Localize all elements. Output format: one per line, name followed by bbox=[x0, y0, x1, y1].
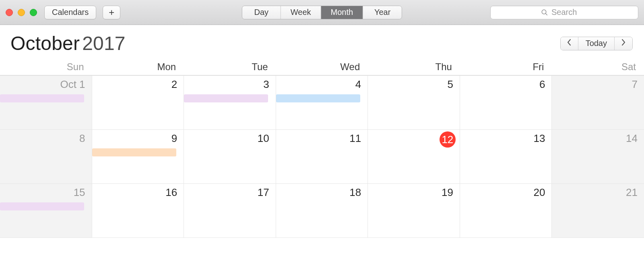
day-cell[interactable]: 19 bbox=[368, 184, 460, 238]
day-cell[interactable]: 15 bbox=[0, 184, 92, 238]
date-number: 14 bbox=[626, 133, 638, 144]
window-zoom-button[interactable] bbox=[30, 9, 37, 16]
day-cell[interactable]: 16 bbox=[92, 184, 184, 238]
date-number: 19 bbox=[442, 187, 453, 198]
next-month-button[interactable] bbox=[615, 37, 632, 50]
view-switch: DayWeekMonthYear bbox=[242, 6, 402, 19]
window-minimize-button[interactable] bbox=[18, 9, 25, 16]
day-cell[interactable]: 14 bbox=[552, 130, 644, 184]
event-bar[interactable] bbox=[276, 94, 360, 102]
date-number: 20 bbox=[534, 187, 545, 198]
day-cell[interactable]: Oct 1 bbox=[0, 76, 92, 130]
date-number: 2 bbox=[171, 79, 177, 90]
day-cell[interactable]: 10 bbox=[184, 130, 276, 184]
chevron-right-icon bbox=[621, 39, 626, 48]
weekday-header: Mon bbox=[92, 58, 184, 75]
event-bar[interactable] bbox=[0, 202, 84, 210]
date-number: 3 bbox=[263, 79, 269, 90]
date-number: 15 bbox=[74, 187, 85, 198]
date-number: 21 bbox=[626, 187, 638, 198]
search-icon bbox=[541, 9, 548, 16]
date-number: Oct 1 bbox=[60, 79, 85, 90]
chevron-left-icon bbox=[567, 39, 572, 48]
calendar-grid: Oct 123456789101112131415161718192021 bbox=[0, 75, 644, 238]
date-number: 5 bbox=[447, 79, 453, 90]
day-cell[interactable]: 17 bbox=[184, 184, 276, 238]
month-name: October bbox=[10, 33, 80, 54]
svg-point-0 bbox=[542, 10, 546, 14]
day-cell[interactable]: 21 bbox=[552, 184, 644, 238]
calendar-header: October2017 Today bbox=[0, 25, 644, 58]
year: 2017 bbox=[82, 33, 126, 54]
day-cell[interactable]: 3 bbox=[184, 76, 276, 130]
date-number: 16 bbox=[165, 187, 177, 198]
day-cell[interactable]: 11 bbox=[276, 130, 368, 184]
date-number: 6 bbox=[539, 79, 545, 90]
day-cell[interactable]: 4 bbox=[276, 76, 368, 130]
day-cell[interactable]: 12 bbox=[368, 130, 460, 184]
weekday-header: Thu bbox=[368, 58, 460, 75]
weekday-header: Wed bbox=[276, 58, 368, 75]
date-number: 10 bbox=[258, 133, 269, 144]
weekday-header-row: SunMonTueWedThuFriSat bbox=[0, 58, 644, 75]
day-cell[interactable]: 5 bbox=[368, 76, 460, 130]
day-cell[interactable]: 20 bbox=[460, 184, 552, 238]
traffic-lights bbox=[6, 9, 37, 16]
search-input[interactable] bbox=[551, 8, 588, 17]
day-cell[interactable]: 18 bbox=[276, 184, 368, 238]
search-field[interactable] bbox=[490, 6, 638, 19]
date-number: 18 bbox=[349, 187, 361, 198]
date-number: 9 bbox=[171, 133, 177, 144]
day-cell[interactable]: 6 bbox=[460, 76, 552, 130]
day-cell[interactable]: 7 bbox=[552, 76, 644, 130]
event-bar[interactable] bbox=[92, 148, 176, 156]
view-tab-year[interactable]: Year bbox=[363, 6, 402, 19]
today-button[interactable]: Today bbox=[578, 37, 615, 50]
calendars-button[interactable]: Calendars bbox=[44, 6, 96, 19]
add-event-button[interactable]: + bbox=[103, 6, 120, 19]
view-tab-month[interactable]: Month bbox=[321, 6, 363, 19]
day-cell[interactable]: 2 bbox=[92, 76, 184, 130]
view-tab-week[interactable]: Week bbox=[281, 6, 321, 19]
month-nav: Today bbox=[560, 37, 633, 50]
view-tab-day[interactable]: Day bbox=[242, 6, 281, 19]
weekday-header: Tue bbox=[184, 58, 276, 75]
date-number: 7 bbox=[632, 79, 638, 90]
today-button-label: Today bbox=[586, 39, 607, 48]
event-bar[interactable] bbox=[0, 94, 84, 102]
window-toolbar: Calendars + DayWeekMonthYear bbox=[0, 0, 644, 25]
day-cell[interactable]: 8 bbox=[0, 130, 92, 184]
weekday-header: Sun bbox=[0, 58, 92, 75]
date-number: 13 bbox=[534, 133, 545, 144]
weekday-header: Fri bbox=[460, 58, 552, 75]
event-bar[interactable] bbox=[184, 94, 268, 102]
calendars-button-label: Calendars bbox=[52, 8, 89, 17]
today-date-badge: 12 bbox=[440, 131, 456, 148]
plus-icon: + bbox=[109, 7, 114, 18]
date-number: 17 bbox=[258, 187, 269, 198]
weekday-header: Sat bbox=[552, 58, 644, 75]
day-cell[interactable]: 13 bbox=[460, 130, 552, 184]
date-number: 4 bbox=[355, 79, 361, 90]
date-number: 8 bbox=[79, 133, 85, 144]
date-number: 11 bbox=[349, 133, 361, 144]
window-close-button[interactable] bbox=[6, 9, 13, 16]
day-cell[interactable]: 9 bbox=[92, 130, 184, 184]
month-title: October2017 bbox=[10, 32, 126, 54]
svg-line-1 bbox=[545, 13, 547, 15]
prev-month-button[interactable] bbox=[561, 37, 578, 50]
